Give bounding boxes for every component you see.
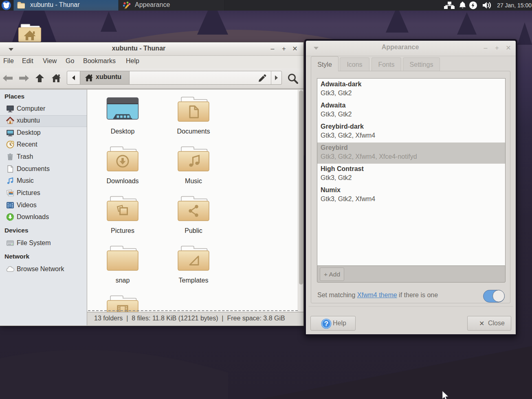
svg-text:?: ? xyxy=(324,320,328,328)
